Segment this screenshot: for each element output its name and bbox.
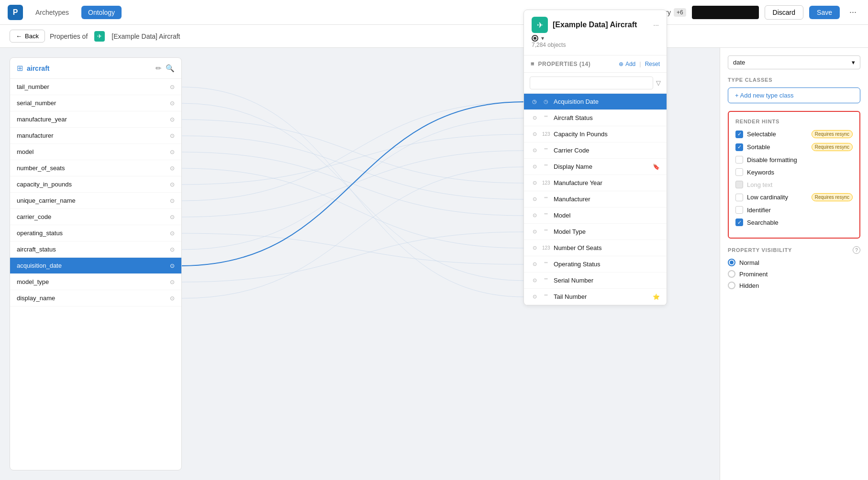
link-icon: ⊙	[531, 147, 538, 153]
property-name: Acquisition Date	[554, 98, 660, 105]
search-panel-button[interactable]: 🔍	[166, 64, 175, 73]
left-panel-property-item[interactable]: acquisition_date ⊙	[10, 258, 181, 274]
type-classes-section-label: TYPE CLASSES	[728, 77, 860, 83]
tab-ontology[interactable]: Ontology	[81, 6, 122, 19]
star-icon: ⭐	[653, 294, 660, 300]
hint-checkbox-sortable[interactable]	[735, 143, 743, 151]
property-name: Number Of Seats	[554, 244, 660, 251]
object-type-icon: ✈	[94, 31, 105, 42]
edit-panel-button[interactable]: ✏	[156, 64, 162, 73]
list-icon: ≡	[531, 60, 534, 67]
middle-property-row[interactable]: ⊙123 Manufacture Year	[524, 175, 667, 191]
requires-resync-badge: Requires resync	[812, 193, 853, 201]
hint-checkbox-long-text[interactable]	[735, 181, 743, 188]
save-button[interactable]: Save	[809, 6, 840, 19]
date-label: date	[733, 59, 745, 66]
left-panel-property-item[interactable]: tail_number ⊙	[10, 79, 181, 95]
left-panel-property-item[interactable]: serial_number ⊙	[10, 95, 181, 111]
property-link-icon: ⊙	[170, 84, 175, 90]
panel-title: aircraft	[27, 65, 152, 72]
left-panel-property-item[interactable]: aircraft_status ⊙	[10, 241, 181, 258]
visibility-option-normal[interactable]: Normal	[728, 259, 860, 266]
link-icon: ⊙	[531, 294, 538, 300]
add-type-class-button[interactable]: + Add new type class	[728, 87, 860, 103]
visibility-option-hidden[interactable]: Hidden	[728, 282, 860, 289]
radio-label-hidden: Hidden	[739, 282, 759, 289]
left-panel-property-item[interactable]: manufacture_year ⊙	[10, 111, 181, 128]
hint-checkbox-low-cardinality[interactable]	[735, 194, 743, 201]
visibility-option-prominent[interactable]: Prominent	[728, 270, 860, 278]
hint-label-identifier: Identifier	[747, 207, 853, 214]
back-arrow-icon: ←	[16, 33, 22, 40]
help-icon[interactable]: ?	[853, 246, 860, 254]
middle-property-row[interactable]: ⊙123 Capacity In Pounds	[524, 126, 667, 142]
left-panel-property-item[interactable]: model_type ⊙	[10, 274, 181, 290]
left-panel-property-item[interactable]: operating_status ⊙	[10, 225, 181, 241]
property-name: Operating Status	[554, 261, 660, 268]
left-panel-property-item[interactable]: capacity_in_pounds ⊙	[10, 176, 181, 193]
breadcrumb: ← Back Properties of ✈ [Example Data] Ai…	[0, 25, 868, 48]
middle-panel: ✈ [Example Data] Aircraft ··· ▾ 7,284 ob…	[523, 10, 667, 305]
tab-archetypes[interactable]: Archetypes	[29, 6, 76, 19]
text-type-icon: ""	[542, 148, 550, 153]
hint-checkbox-searchable[interactable]	[735, 218, 743, 226]
middle-property-row[interactable]: ⊙"" Display Name 🔖	[524, 159, 667, 175]
left-panel-property-item[interactable]: unique_carrier_name ⊙	[10, 193, 181, 209]
more-options-button[interactable]: ···	[846, 5, 860, 19]
aircraft-icon: ✈	[532, 17, 548, 33]
middle-property-row[interactable]: ⊙"" Serial Number	[524, 273, 667, 289]
property-search-row: ▽	[524, 73, 667, 94]
middle-property-row[interactable]: ◷◷ Acquisition Date	[524, 94, 667, 110]
hint-checkbox-identifier[interactable]	[735, 206, 743, 214]
property-search-input[interactable]	[530, 76, 653, 89]
left-panel-property-item[interactable]: carrier_code ⊙	[10, 209, 181, 225]
middle-property-row[interactable]: ⊙"" Tail Number ⭐	[524, 289, 667, 305]
radio-prominent	[728, 270, 735, 278]
property-link-icon: ⊙	[170, 246, 175, 253]
reset-button[interactable]: Reset	[645, 61, 660, 67]
left-panel-property-item[interactable]: number_of_seats ⊙	[10, 160, 181, 176]
hint-checkbox-selectable[interactable]	[735, 131, 743, 138]
left-panel-property-item[interactable]: display_name ⊙	[10, 290, 181, 306]
property-name: Serial Number	[554, 277, 660, 284]
object-more-button[interactable]: ···	[653, 21, 659, 29]
date-dropdown[interactable]: date ▾	[728, 55, 860, 69]
link-icon: ⊙	[531, 212, 538, 218]
filter-button[interactable]: ▽	[656, 79, 661, 87]
middle-property-row[interactable]: ⊙123 Number Of Seats	[524, 240, 667, 256]
middle-property-row[interactable]: ⊙"" Operating Status	[524, 256, 667, 273]
middle-property-row[interactable]: ⊙"" Model Type	[524, 224, 667, 240]
property-link-icon: ⊙	[170, 295, 175, 302]
radio-hidden	[728, 282, 735, 289]
properties-section-header: ≡ PROPERTIES (14) ⊕ Add | Reset	[524, 55, 667, 73]
hint-label-selectable: Selectable	[747, 131, 808, 138]
hint-checkbox-keywords[interactable]	[735, 168, 743, 176]
add-property-button[interactable]: ⊕ Add	[619, 61, 635, 67]
link-icon: ⊙	[531, 196, 538, 202]
link-icon: ⊙	[531, 164, 538, 170]
link-icon: ⊙	[531, 115, 538, 121]
property-link-icon: ⊙	[170, 230, 175, 237]
middle-property-row[interactable]: ⊙"" Aircraft Status	[524, 110, 667, 126]
discard-button[interactable]: Discard	[765, 5, 803, 20]
property-link-icon: ⊙	[170, 279, 175, 285]
hint-checkbox-disable-formatting[interactable]	[735, 156, 743, 164]
back-button[interactable]: ← Back	[10, 30, 45, 43]
left-panel-property-item[interactable]: model ⊙	[10, 144, 181, 160]
property-link-icon: ⊙	[170, 149, 175, 155]
breadcrumb-text: Properties of	[50, 33, 88, 40]
link-icon: ⊙	[531, 261, 538, 267]
middle-property-row[interactable]: ⊙"" Carrier Code	[524, 142, 667, 159]
left-panel-property-item[interactable]: manufacturer ⊙	[10, 128, 181, 144]
visibility-options: Normal Prominent Hidden	[728, 259, 860, 289]
radio-label-normal: Normal	[739, 259, 759, 266]
table-icon: ⊞	[17, 64, 23, 73]
middle-property-row[interactable]: ⊙"" Model	[524, 207, 667, 224]
hint-row-long-text: Long text	[735, 181, 853, 188]
bookmark-icon: 🔖	[653, 164, 660, 170]
property-active-icon: ◷	[531, 98, 538, 105]
text-type-icon: ""	[542, 196, 550, 202]
hint-row-low-cardinality: Low cardinality Requires resync	[735, 193, 853, 201]
middle-property-row[interactable]: ⊙"" Manufacturer	[524, 191, 667, 207]
hint-label-sortable: Sortable	[747, 143, 808, 151]
